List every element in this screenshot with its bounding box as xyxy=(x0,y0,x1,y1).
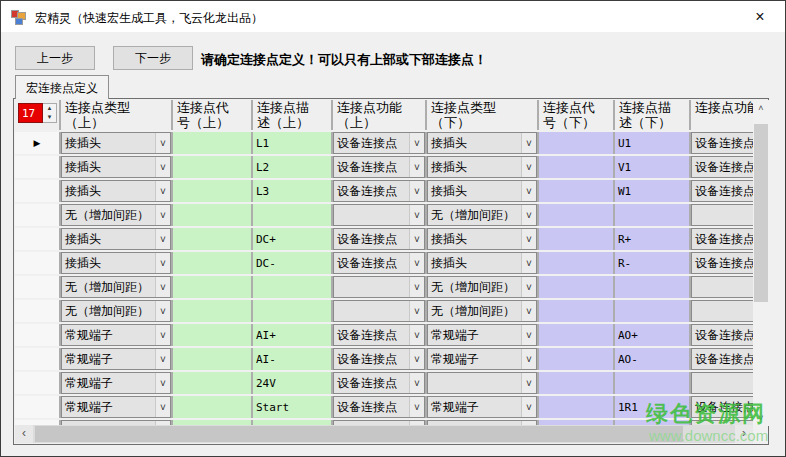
type-down-combobox[interactable]: 无（增加间距） ˅ xyxy=(427,204,537,226)
close-icon[interactable]: × xyxy=(749,7,771,27)
chevron-down-icon[interactable]: ˅ xyxy=(155,301,170,321)
code-down-cell[interactable] xyxy=(539,348,613,370)
desc-up-cell[interactable]: AI+ xyxy=(253,324,331,346)
func-down-combobox[interactable]: 设备连接点 ˅ xyxy=(691,180,753,202)
code-up-cell[interactable] xyxy=(173,372,251,394)
row-header[interactable]: ▶ xyxy=(15,228,59,250)
code-down-cell[interactable] xyxy=(539,180,613,202)
chevron-down-icon[interactable]: ˅ xyxy=(521,373,536,393)
desc-down-cell[interactable] xyxy=(615,204,689,226)
func-up-combobox[interactable]: 设备连接点 ˅ xyxy=(333,132,425,154)
chevron-down-icon[interactable]: ˅ xyxy=(409,349,424,369)
chevron-down-icon[interactable]: ˅ xyxy=(409,373,424,393)
horizontal-scroll-thumb[interactable] xyxy=(35,426,683,442)
func-down-combobox[interactable]: ˅ xyxy=(691,276,753,298)
type-down-combobox[interactable]: 接插头 ˅ xyxy=(427,132,537,154)
chevron-down-icon[interactable]: ˅ xyxy=(409,205,424,225)
scroll-left-icon[interactable]: ‹ xyxy=(15,425,33,443)
chevron-down-icon[interactable]: ˅ xyxy=(521,397,536,417)
desc-up-cell[interactable]: AI- xyxy=(253,348,331,370)
chevron-down-icon[interactable]: ˅ xyxy=(409,229,424,249)
row-header[interactable]: ▶ xyxy=(15,204,59,226)
func-down-combobox[interactable]: 设备连接点 ˅ xyxy=(691,396,753,418)
scroll-right-icon[interactable]: › xyxy=(735,425,753,443)
func-up-combobox[interactable]: 设备连接点 ˅ xyxy=(333,252,425,274)
code-up-cell[interactable] xyxy=(173,396,251,418)
code-down-cell[interactable] xyxy=(539,324,613,346)
desc-up-cell[interactable]: Start xyxy=(253,396,331,418)
row-header[interactable]: ▶ xyxy=(15,300,59,322)
desc-up-cell[interactable]: DC- xyxy=(253,252,331,274)
type-up-combobox[interactable]: 接插头 ˅ xyxy=(61,252,171,274)
type-down-combobox[interactable]: 接插头 ˅ xyxy=(427,180,537,202)
chevron-down-icon[interactable]: ˅ xyxy=(409,181,424,201)
chevron-down-icon[interactable]: ˅ xyxy=(521,133,536,153)
chevron-down-icon[interactable]: ˅ xyxy=(155,253,170,273)
chevron-down-icon[interactable]: ˅ xyxy=(521,181,536,201)
chevron-down-icon[interactable]: ˅ xyxy=(155,325,170,345)
type-up-combobox[interactable]: 无（增加间距） ˅ xyxy=(61,204,171,226)
spinner-up-icon[interactable]: ▲ xyxy=(43,104,56,113)
func-up-combobox[interactable]: 设备连接点 ˅ xyxy=(333,372,425,394)
chevron-down-icon[interactable]: ˅ xyxy=(409,277,424,297)
desc-down-cell[interactable] xyxy=(615,372,689,394)
code-down-cell[interactable] xyxy=(539,228,613,250)
code-down-cell[interactable] xyxy=(539,396,613,418)
type-down-combobox[interactable]: 接插头 ˅ xyxy=(427,252,537,274)
type-up-combobox[interactable]: 接插头 ˅ xyxy=(61,180,171,202)
code-up-cell[interactable] xyxy=(173,204,251,226)
chevron-down-icon[interactable]: ˅ xyxy=(155,205,170,225)
code-up-cell[interactable] xyxy=(173,156,251,178)
code-down-cell[interactable] xyxy=(539,204,613,226)
type-up-combobox[interactable]: 常规端子 ˅ xyxy=(61,348,171,370)
chevron-down-icon[interactable]: ˅ xyxy=(521,253,536,273)
func-down-combobox[interactable]: ˅ xyxy=(691,300,753,322)
func-up-combobox[interactable]: 设备连接点 ˅ xyxy=(333,324,425,346)
row-header[interactable]: ▶ xyxy=(15,132,59,154)
type-down-combobox[interactable]: 无（增加间距） ˅ xyxy=(427,276,537,298)
column-header-desc-up[interactable]: 连接点描述（上） xyxy=(253,100,331,130)
desc-down-cell[interactable]: R+ xyxy=(615,228,689,250)
type-up-combobox[interactable]: 接插头 ˅ xyxy=(61,132,171,154)
row-header[interactable]: ▶ xyxy=(15,324,59,346)
desc-up-cell[interactable]: 24V xyxy=(253,372,331,394)
chevron-down-icon[interactable]: ˅ xyxy=(521,349,536,369)
code-up-cell[interactable] xyxy=(173,252,251,274)
row-header[interactable]: ▶ xyxy=(15,372,59,394)
row-header[interactable]: ▶ xyxy=(15,348,59,370)
desc-up-cell[interactable]: L2 xyxy=(253,156,331,178)
desc-down-cell[interactable]: R- xyxy=(615,252,689,274)
type-down-combobox[interactable]: 接插头 ˅ xyxy=(427,156,537,178)
chevron-down-icon[interactable]: ˅ xyxy=(521,157,536,177)
type-up-combobox[interactable]: 无（增加间距） ˅ xyxy=(61,300,171,322)
type-up-combobox[interactable]: 接插头 ˅ xyxy=(61,156,171,178)
func-down-combobox[interactable]: 设备连接点 ˅ xyxy=(691,132,753,154)
code-down-cell[interactable] xyxy=(539,300,613,322)
func-up-combobox[interactable]: 设备连接点 ˅ xyxy=(333,228,425,250)
type-up-combobox[interactable]: 常规端子 ˅ xyxy=(61,324,171,346)
code-down-cell[interactable] xyxy=(539,276,613,298)
func-down-combobox[interactable]: ˅ xyxy=(691,204,753,226)
type-down-combobox[interactable]: 接插头 ˅ xyxy=(427,228,537,250)
type-up-combobox[interactable]: 常规端子 ˅ xyxy=(61,372,171,394)
func-up-combobox[interactable]: ˅ xyxy=(333,204,425,226)
desc-up-cell[interactable] xyxy=(253,204,331,226)
row-count-box[interactable]: 17 xyxy=(18,103,43,123)
column-header-code-down[interactable]: 连接点代号（下） xyxy=(539,100,613,130)
row-count-spinner[interactable]: ▲ ▼ xyxy=(43,103,57,123)
row-header[interactable]: ▶ xyxy=(15,180,59,202)
horizontal-scroll-track[interactable] xyxy=(33,425,735,443)
chevron-down-icon[interactable]: ˅ xyxy=(155,133,170,153)
desc-down-cell[interactable]: AO- xyxy=(615,348,689,370)
prev-step-button[interactable]: 上一步 xyxy=(15,46,95,70)
desc-up-cell[interactable]: L1 xyxy=(253,132,331,154)
func-up-combobox[interactable]: 设备连接点 ˅ xyxy=(333,348,425,370)
chevron-down-icon[interactable]: ˅ xyxy=(409,253,424,273)
next-step-button[interactable]: 下一步 xyxy=(113,46,193,70)
chevron-down-icon[interactable]: ˅ xyxy=(155,277,170,297)
func-up-combobox[interactable]: ˅ xyxy=(333,300,425,322)
column-header-code-up[interactable]: 连接点代号（上） xyxy=(173,100,251,130)
chevron-down-icon[interactable]: ˅ xyxy=(409,397,424,417)
type-up-combobox[interactable]: 无（增加间距） ˅ xyxy=(61,276,171,298)
row-header[interactable]: ▶ xyxy=(15,276,59,298)
